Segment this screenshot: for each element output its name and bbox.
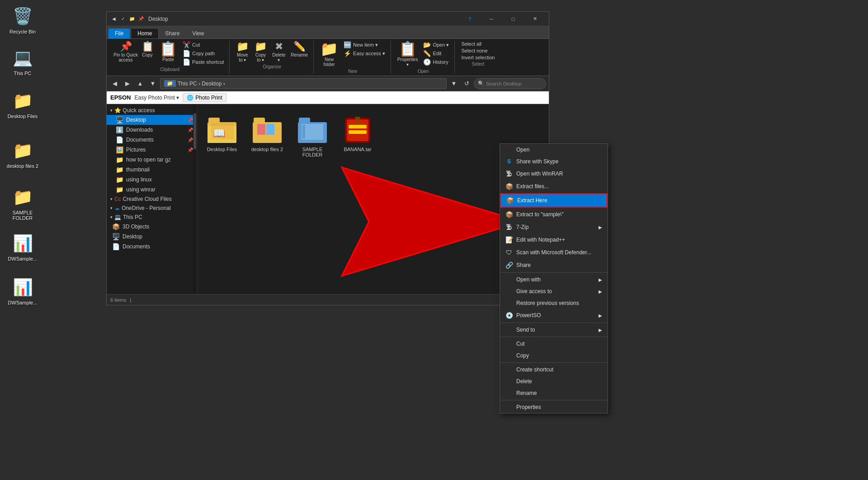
tb-icon-checkmark[interactable]: ✓ (119, 15, 127, 23)
easy-access-icon: ⚡ (344, 50, 351, 57)
sidebar-item-using-linux[interactable]: 📁 using linux (107, 175, 197, 185)
refresh-button[interactable]: ↺ (461, 78, 472, 89)
file-item-desktop-files-2[interactable]: desktop files 2 (247, 113, 288, 160)
close-button[interactable]: ✕ (524, 12, 545, 26)
dropdown-button[interactable]: ▼ (448, 78, 459, 89)
sidebar-header-this-pc[interactable]: ▾ 💻 This PC (107, 213, 197, 222)
tb-icon-pin[interactable]: 📌 (137, 15, 145, 23)
cm-item-properties[interactable]: Properties (500, 401, 608, 413)
cm-item-open[interactable]: Open (500, 144, 608, 156)
easy-access-button[interactable]: ⚡Easy access ▾ (342, 49, 387, 57)
copy-button[interactable]: 📋 Copy (139, 41, 156, 58)
svg-marker-22 (355, 185, 468, 258)
cm-item-rename[interactable]: Rename (500, 387, 608, 399)
cm-copy-label: Copy (516, 352, 529, 359)
sidebar-item-downloads[interactable]: ⬇️ Downloads 📌 (107, 125, 197, 135)
new-item-button[interactable]: 🆕New item ▾ (342, 41, 387, 49)
sidebar-header-creative-cloud[interactable]: ▾ Cc Creative Cloud Files (107, 195, 197, 204)
history-button[interactable]: 🕐History (421, 58, 451, 66)
photo-print-button[interactable]: 🌐 Photo Print (183, 93, 226, 102)
sidebar-item-pictures[interactable]: 🖼️ Pictures 📌 (107, 145, 197, 155)
tab-view[interactable]: View (186, 29, 210, 38)
up-button[interactable]: ▲ (135, 78, 146, 89)
cm-item-extract-files[interactable]: 📦 Extract files... (500, 180, 608, 193)
sidebar-item-thumbnail[interactable]: 📁 thumbnail (107, 165, 197, 175)
sidebar-header-quick-access[interactable]: ▾⭐ Quick access (107, 106, 197, 115)
3d-objects-icon: 📦 (112, 223, 120, 230)
pin-to-quick-access-button[interactable]: 📌 Pin to Quickaccess (114, 41, 137, 63)
cm-item-create-shortcut[interactable]: Create shortcut (500, 364, 608, 375)
paste-shortcut-button[interactable]: 📄Paste shortcut (181, 58, 226, 66)
select-none-button[interactable]: Select none (459, 48, 496, 54)
banana-tar-main-icon (343, 116, 372, 145)
cm-notepad-icon: 📝 (505, 236, 513, 243)
invert-selection-button[interactable]: Invert selection (459, 54, 496, 61)
edit-button[interactable]: ✏️Edit (421, 49, 451, 57)
cm-item-edit-notepad[interactable]: 📝 Edit with Notepad++ (500, 233, 608, 246)
sidebar-item-desktop[interactable]: 🖥️ Desktop 📌 (107, 115, 197, 125)
back-button[interactable]: ◀ (109, 78, 120, 89)
help-button[interactable]: ? (459, 12, 480, 26)
cm-item-share[interactable]: 🔗 Share (500, 259, 608, 271)
desktop-icon-this-pc[interactable]: 💻 This PC (5, 45, 41, 78)
desktop-icon-sample-folder[interactable]: 📁 SAMPLE FOLDER (5, 185, 41, 223)
tab-share[interactable]: Share (159, 29, 186, 38)
new-folder-button[interactable]: 📁 Newfolder (318, 41, 340, 68)
desktop-icon-recycle-bin[interactable]: 🗑️ Recycle Bin (5, 4, 41, 36)
cm-item-restore-versions[interactable]: Restore previous versions (500, 297, 608, 309)
copy-path-button[interactable]: 📄Copy path (181, 49, 226, 57)
minimize-button[interactable]: ─ (481, 12, 502, 26)
documents-thispc-icon: 📄 (112, 243, 120, 250)
cm-item-share-skype[interactable]: S Share with Skype (500, 156, 608, 167)
tb-icon-folder[interactable]: 📁 (128, 15, 136, 23)
copy-to-button[interactable]: 📁 Copyto ▾ (252, 41, 269, 63)
cm-item-scan-defender[interactable]: 🛡 Scan with Microsoft Defender... (500, 246, 608, 259)
desktop-icon-desktop-files-2[interactable]: 📁 desktop files 2 (5, 138, 41, 171)
sidebar-item-desktop-thispc[interactable]: 🖥️ Desktop (107, 232, 197, 242)
maximize-button[interactable]: □ (503, 12, 524, 26)
cm-item-copy[interactable]: Copy (500, 350, 608, 361)
cm-restore-label: Restore previous versions (516, 300, 579, 306)
file-item-banana-tar[interactable]: BANANA.tar (337, 113, 378, 160)
file-item-sample-folder[interactable]: SAMPLE FOLDER (292, 113, 333, 160)
open-button[interactable]: 📂Open ▾ (421, 41, 451, 49)
cm-item-poweriso[interactable]: 💿 PowerISO ▶ (500, 309, 608, 322)
desktop-icon-dwsample1[interactable]: 📊 DWSample... (5, 231, 41, 263)
cm-item-open-winrar[interactable]: 🗜 Open with WinRAR (500, 167, 608, 180)
desktop-files-2-label: desktop files 2 (7, 163, 38, 169)
ribbon-group-clipboard: 📌 Pin to Quickaccess 📋 Copy 📋 Paste ✂️Cu… (110, 41, 230, 74)
ribbon-tabs: File Home Share View (107, 26, 549, 39)
cm-item-send-to[interactable]: Send to ▶ (500, 324, 608, 336)
sidebar-item-documents-thispc[interactable]: 📄 Documents (107, 242, 197, 252)
sidebar-header-onedrive[interactable]: ▾ ☁ OneDrive - Personal (107, 204, 197, 213)
address-path[interactable]: 📁 This PC › Desktop › (160, 78, 447, 89)
desktop-icon-dwsample2[interactable]: 📊 DWSample... (5, 275, 41, 307)
desktop-icon-desktop-files[interactable]: 📁 Desktop Files (5, 88, 41, 121)
cm-item-extract-here[interactable]: 📦 Extract Here (500, 193, 608, 208)
cm-item-7zip[interactable]: 🗜 7-Zip ▶ (500, 221, 608, 233)
select-all-button[interactable]: Select all (459, 41, 496, 47)
file-item-desktop-files[interactable]: 📖 Desktop Files (202, 113, 242, 160)
tb-icon-back[interactable]: ◀ (110, 15, 118, 23)
rename-button[interactable]: ✏️ Rename (289, 41, 310, 58)
recent-locations-button[interactable]: ▼ (147, 78, 158, 89)
epson-app[interactable]: Easy Photo Print ▾ (135, 95, 179, 101)
sidebar-item-how-to-open-tar[interactable]: 📁 how to open tar gz (107, 155, 197, 165)
tab-home[interactable]: Home (131, 28, 159, 38)
cm-item-open-with[interactable]: Open with ▶ (500, 274, 608, 285)
cm-item-extract-to[interactable]: 📦 Extract to "sample\" (500, 208, 608, 221)
sidebar-item-3d-objects[interactable]: 📦 3D Objects (107, 222, 197, 232)
properties-button[interactable]: 📋 Properties▾ (396, 41, 420, 68)
forward-button[interactable]: ▶ (122, 78, 133, 89)
cm-item-delete[interactable]: Delete (500, 375, 608, 387)
search-box[interactable]: 🔍 Search Desktop (474, 78, 546, 89)
sidebar-item-using-winrar[interactable]: 📁 using winrar (107, 185, 197, 195)
paste-button[interactable]: 📋 Paste (157, 41, 179, 63)
cut-button[interactable]: ✂️Cut (181, 41, 226, 49)
delete-button[interactable]: ✖ Delete▾ (270, 41, 287, 63)
move-to-button[interactable]: 📁 Moveto ▾ (234, 41, 250, 63)
tab-file[interactable]: File (108, 29, 130, 38)
sidebar-item-documents[interactable]: 📄 Documents 📌 (107, 135, 197, 145)
cm-item-give-access[interactable]: Give access to ▶ (500, 285, 608, 297)
cm-item-cut[interactable]: Cut (500, 338, 608, 350)
